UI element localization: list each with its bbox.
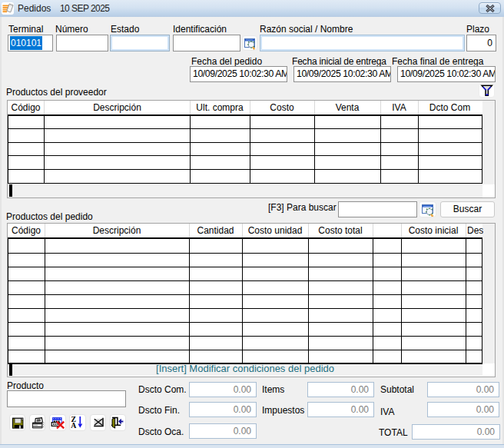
svg-text:A: A [71, 421, 76, 430]
